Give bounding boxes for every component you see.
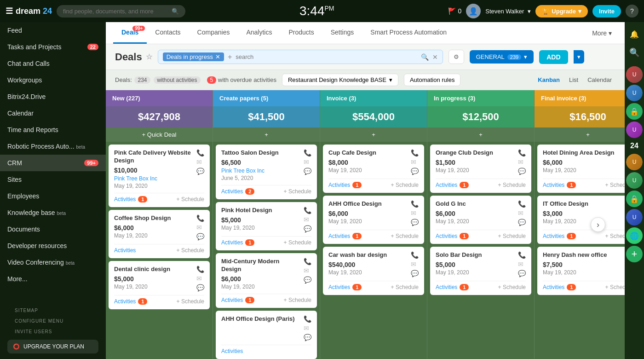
deal-card[interactable]: Pink Hotel Design $5,000 May 19, 2020 📞 … — [216, 202, 317, 250]
menu-icon[interactable]: ☰ — [6, 6, 13, 16]
deal-card[interactable]: Mid-Century Modern Design $6,000 May 19,… — [216, 253, 317, 308]
deal-card[interactable]: Pink Cafe Delivery Website Design $10,00… — [109, 145, 210, 207]
search-input[interactable] — [63, 8, 168, 15]
sidebar-item-workgroups[interactable]: Workgroups — [0, 72, 106, 88]
search-right-icon[interactable]: 🔍 — [626, 44, 643, 61]
phone-icon[interactable]: 📞 — [304, 149, 311, 156]
activities-link[interactable]: Activities — [328, 233, 350, 239]
sidebar-item-chat[interactable]: Chat and Calls — [0, 55, 106, 72]
sidebar-item-employees[interactable]: Employees — [0, 188, 106, 204]
invite-button[interactable]: Invite — [592, 5, 621, 17]
comment-icon[interactable]: 💬 — [304, 225, 311, 232]
comment-icon[interactable]: 💬 — [196, 284, 204, 291]
email-icon[interactable]: ✉ — [196, 158, 204, 166]
tab-settings[interactable]: Settings — [322, 22, 362, 44]
schedule-link[interactable]: + Schedule — [284, 297, 311, 303]
comment-icon[interactable]: 💬 — [518, 270, 526, 277]
user-info[interactable]: Steven Walker ▾ — [485, 8, 531, 15]
activities-link[interactable]: Activities — [543, 284, 564, 290]
phone-icon[interactable]: 📞 — [304, 315, 311, 323]
deal-card[interactable]: Henry Dash new office $7,500 May 19, 202… — [537, 247, 625, 295]
comment-icon[interactable]: 💬 — [196, 168, 204, 175]
tab-more[interactable]: More ▾ — [586, 23, 617, 43]
email-icon[interactable]: ✉ — [411, 261, 419, 268]
activities-link[interactable]: Activities — [114, 298, 136, 305]
sidebar-item-crm[interactable]: CRM99+ — [0, 155, 106, 171]
deal-card[interactable]: AHH Office Design (Paris) 📞 ✉ 💬 Activiti… — [216, 311, 317, 359]
star-icon[interactable]: ☆ — [146, 52, 152, 61]
filter-clear-btn[interactable]: ✕ — [432, 53, 438, 61]
user-avatar-3[interactable]: U — [626, 122, 643, 138]
email-icon[interactable]: ✉ — [196, 224, 204, 231]
user-avatar-1[interactable]: U — [626, 66, 643, 83]
activities-link[interactable]: Activities — [436, 182, 457, 188]
user-avatar-5[interactable]: U — [626, 172, 643, 189]
schedule-link[interactable]: + Schedule — [177, 196, 204, 203]
phone-icon[interactable]: 📞 — [518, 251, 526, 259]
email-icon[interactable]: ✉ — [304, 216, 311, 223]
filter-search-btn[interactable]: 🔍 — [421, 53, 429, 61]
add-card-button[interactable]: + — [427, 127, 534, 142]
sidebar-item-tasks[interactable]: Tasks and Projects22 — [0, 39, 106, 55]
filter-tag[interactable]: Deals in progress ✕ — [163, 52, 224, 61]
activities-link[interactable]: Activities — [221, 297, 243, 303]
schedule-link[interactable]: + Schedule — [391, 182, 419, 188]
deal-card[interactable]: Dental clinic design $5,000 May 19, 2020… — [109, 261, 210, 309]
notifications-icon[interactable]: 🔔 — [626, 26, 643, 42]
schedule-link[interactable]: + Schedule — [498, 233, 526, 239]
comment-icon[interactable]: 💬 — [304, 276, 311, 284]
general-button[interactable]: GENERAL 239 ▾ — [470, 50, 534, 64]
sidebar-item-documents[interactable]: Documents — [0, 221, 106, 237]
activities-link[interactable]: Activities — [114, 247, 136, 254]
upgrade-button[interactable]: 🏆 Upgrade ▾ — [535, 5, 588, 17]
comment-icon[interactable]: 💬 — [411, 219, 419, 226]
phone-icon[interactable]: 📞 — [304, 207, 311, 214]
schedule-link[interactable]: + Schedule — [498, 182, 526, 188]
sidebar-item-time[interactable]: Time and Reports — [0, 122, 106, 138]
phone-icon[interactable]: 📞 — [411, 251, 419, 259]
global-icon[interactable]: 🌐 — [626, 227, 643, 244]
schedule-link[interactable]: + Schedule — [605, 182, 625, 188]
add-card-button[interactable]: + — [535, 127, 625, 142]
lock-icon-2[interactable]: 🔒 — [626, 191, 643, 207]
schedule-link[interactable]: + Schedule — [605, 233, 625, 239]
deal-card[interactable]: IT Office Design $3,000 May 19, 2020 📞 ✉… — [537, 196, 625, 244]
phone-icon[interactable]: 📞 — [411, 149, 419, 156]
comment-icon[interactable]: 💬 — [304, 168, 311, 175]
user-avatar-4[interactable]: U — [626, 154, 643, 170]
tab-companies[interactable]: Companies — [189, 22, 238, 44]
invite-users-label[interactable]: INVITE USERS — [7, 325, 98, 336]
add-card-button[interactable]: + — [213, 127, 320, 142]
deal-card[interactable]: Cup Cafe Design $8,000 May 19, 2020 📞 ✉ … — [323, 145, 424, 193]
email-icon[interactable]: ✉ — [304, 324, 311, 332]
knowledge-base-button[interactable]: Restaurant Design Knowledge BASE ▾ — [282, 74, 398, 86]
view-calendar-button[interactable]: Calendar — [584, 75, 615, 85]
search-deals-input[interactable] — [236, 53, 417, 60]
email-icon[interactable]: ✉ — [196, 275, 204, 282]
sidebar-item-rpa[interactable]: Robotic Process Auto...beta — [0, 138, 106, 155]
phone-icon[interactable]: 📞 — [196, 149, 204, 156]
sidebar-item-calendar[interactable]: Calendar — [0, 105, 106, 122]
upgrade-plan-button[interactable]: ⭕UPGRADE YOUR PLAN — [7, 340, 98, 353]
activities-link[interactable]: Activities — [114, 196, 136, 203]
add-card-button[interactable]: + — [320, 127, 427, 142]
deal-card[interactable]: Car wash bar design $540,000 May 19, 202… — [323, 247, 424, 295]
comment-icon[interactable]: 💬 — [196, 233, 204, 240]
schedule-link[interactable]: + Schedule — [284, 239, 311, 246]
view-list-button[interactable]: List — [565, 75, 582, 85]
schedule-link[interactable]: + Schedule — [391, 233, 419, 239]
phone-icon[interactable]: 📞 — [518, 149, 526, 156]
filter-add-icon[interactable]: + — [228, 53, 232, 61]
sidebar-item-feed[interactable]: Feed — [0, 22, 106, 39]
phone-icon[interactable]: 📞 — [518, 200, 526, 208]
card-company[interactable]: Pink Tree Box Inc — [114, 175, 194, 182]
add-button[interactable]: ADD — [539, 50, 568, 64]
deal-card[interactable]: Orange Club Design $1,500 May 19, 2020 📞… — [430, 145, 531, 193]
phone-icon[interactable]: 📞 — [304, 258, 311, 265]
quick-deal-button[interactable]: + Quick Deal — [106, 127, 213, 142]
phone-icon[interactable]: 📞 — [196, 266, 204, 273]
next-arrow[interactable]: › — [591, 217, 605, 232]
sidebar-item-more[interactable]: More... — [0, 271, 106, 287]
email-icon[interactable]: ✉ — [304, 158, 311, 166]
sidebar-item-developer[interactable]: Developer resources — [0, 237, 106, 254]
